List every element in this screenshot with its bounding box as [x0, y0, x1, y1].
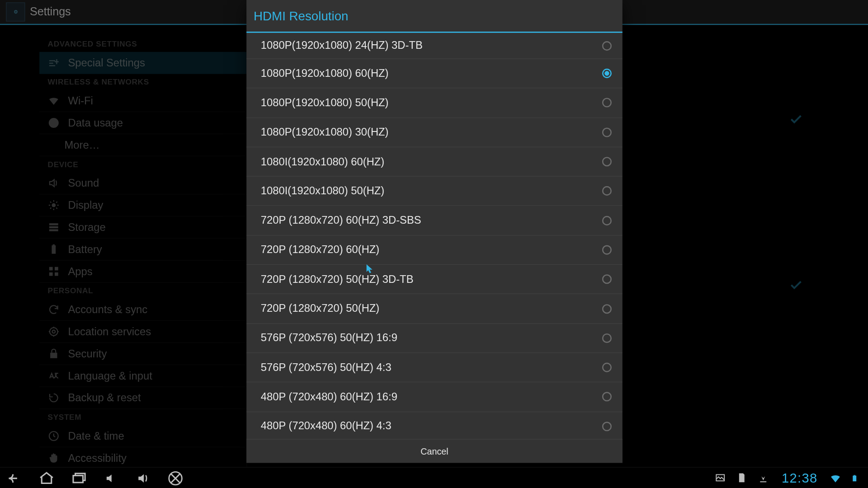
- resolution-option[interactable]: 576P (720x576) 50(HZ) 4:3: [246, 353, 623, 382]
- resolution-option-label: 576P (720x576) 50(HZ) 16:9: [261, 332, 397, 344]
- dialog-title: HDMI Resolution: [246, 0, 623, 33]
- battery-status-icon[interactable]: [851, 472, 863, 484]
- radio-button[interactable]: [602, 157, 612, 166]
- resolution-option-label: 1080P(868x488) 30(HZ): [261, 126, 389, 139]
- radio-button-selected[interactable]: [602, 69, 612, 78]
- svg-rect-17: [853, 475, 856, 481]
- resolution-option[interactable]: 720P (1280x720) 50(HZ) 3D-TB: [246, 265, 623, 294]
- resolution-option-label: 1080P(868x488) 60(HZ): [261, 67, 389, 80]
- resolution-option-label: 576P (720x576) 50(HZ) 4:3: [261, 361, 392, 374]
- radio-button[interactable]: [602, 363, 612, 372]
- resolution-option-label: 480P (720x480) 60(HZ) 16:9: [261, 390, 397, 403]
- radio-button[interactable]: [602, 98, 612, 108]
- resolution-option-label: 480P (720x480) 60(HZ) 4:3: [261, 420, 392, 433]
- radio-button[interactable]: [602, 216, 612, 225]
- resolution-option[interactable]: 720P (1280x720) 50(HZ): [246, 294, 623, 324]
- svg-rect-14: [73, 475, 83, 482]
- resolution-option[interactable]: 576P (720x576) 50(HZ) 16:9: [246, 324, 623, 353]
- resolution-option[interactable]: 720P (1280x720) 60(HZ) 3D-SBS: [246, 206, 623, 235]
- mouse-cursor: [366, 264, 373, 274]
- resolution-option[interactable]: 480P (720x480) 60(HZ) 16:9: [246, 382, 623, 412]
- download-tray-icon[interactable]: [758, 472, 769, 484]
- system-nav-bar: 12:38: [0, 467, 868, 488]
- cancel-button[interactable]: Cancel: [246, 439, 623, 463]
- gallery-tray-icon[interactable]: [715, 472, 726, 484]
- resolution-option-label: 720P (1280x720) 60(HZ): [261, 244, 379, 256]
- wifi-status-icon[interactable]: [830, 472, 841, 484]
- radio-button[interactable]: [602, 186, 612, 196]
- radio-button[interactable]: [602, 304, 612, 314]
- resolution-option-label: 720P (1280x720) 60(HZ) 3D-SBS: [261, 214, 421, 227]
- resolution-option[interactable]: 720P (1280x720) 60(HZ): [246, 235, 623, 265]
- radio-button[interactable]: [602, 127, 612, 137]
- resolution-option[interactable]: 1080P(868x488) 30(HZ): [246, 118, 623, 147]
- radio-button[interactable]: [602, 392, 612, 402]
- resolution-option-label: 1080I(868x488) 60(HZ): [261, 155, 384, 168]
- resolution-option[interactable]: 480P (720x480) 60(HZ) 4:3: [246, 412, 623, 439]
- resolution-option[interactable]: 1080P(868x488) 50(HZ): [246, 89, 623, 118]
- radio-button[interactable]: [602, 422, 612, 431]
- resolution-option-label: 1080P(868x488) 24(HZ) 3D-TB: [261, 39, 423, 52]
- back-button[interactable]: [6, 470, 23, 487]
- radio-button[interactable]: [602, 274, 612, 284]
- status-clock[interactable]: 12:38: [782, 470, 817, 486]
- resolution-option-label: 720P (1280x720) 50(HZ): [261, 302, 379, 315]
- resolution-option-label: 1080P(868x488) 50(HZ): [261, 97, 389, 109]
- home-button[interactable]: [38, 470, 55, 487]
- volume-down-button[interactable]: [103, 470, 119, 487]
- resolution-option[interactable]: 1080I(868x488) 60(HZ): [246, 147, 623, 177]
- hdmi-resolution-dialog: HDMI Resolution 1080P(868x488) 24(HZ) …: [246, 0, 623, 463]
- resolution-option-list: 1080P(868x488) 24(HZ) 3D-TB1080P(1920x…: [246, 33, 623, 439]
- radio-button[interactable]: [602, 245, 612, 254]
- resolution-option[interactable]: 1080P(868x488) 60(HZ): [246, 59, 623, 89]
- resolution-option[interactable]: 1080P(868x488) 24(HZ) 3D-TB: [246, 33, 623, 59]
- radio-button[interactable]: [602, 333, 612, 343]
- radio-button[interactable]: [602, 41, 612, 50]
- resolution-option-label: 1080I(868x488) 50(HZ): [261, 185, 384, 197]
- recent-apps-button[interactable]: [71, 470, 87, 487]
- resolution-option-label: 720P (1280x720) 50(HZ) 3D-TB: [261, 273, 414, 286]
- resolution-option[interactable]: 1080I(868x488) 50(HZ): [246, 177, 623, 206]
- volume-up-button[interactable]: [135, 470, 151, 487]
- sd-card-tray-icon[interactable]: [736, 472, 748, 484]
- screenshot-button[interactable]: [167, 470, 184, 487]
- svg-rect-18: [854, 475, 855, 475]
